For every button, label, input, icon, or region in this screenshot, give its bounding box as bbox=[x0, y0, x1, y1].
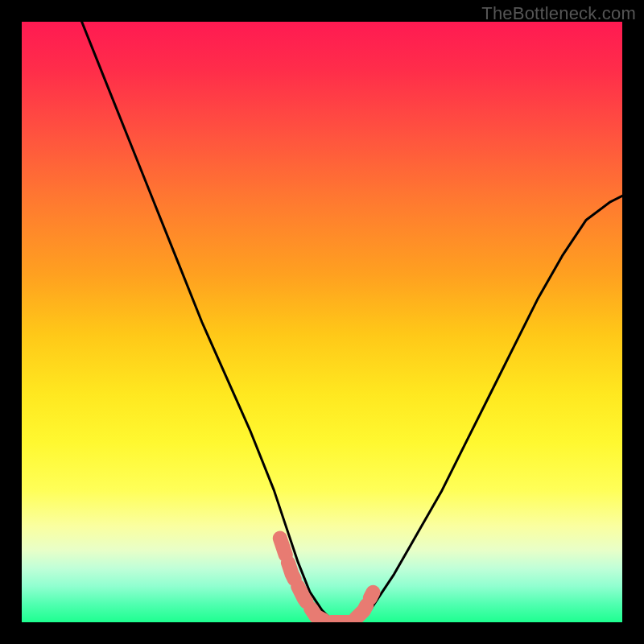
watermark-text: TheBottleneck.com bbox=[481, 3, 636, 24]
chart-frame: TheBottleneck.com bbox=[0, 0, 644, 644]
plot-area bbox=[22, 22, 622, 622]
bottleneck-curve bbox=[82, 22, 622, 622]
curve-layer bbox=[22, 22, 622, 622]
